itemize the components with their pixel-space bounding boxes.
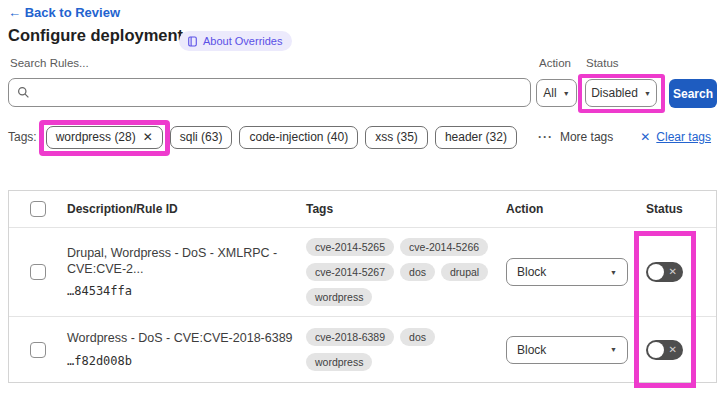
rule-tag: wordpress bbox=[306, 288, 372, 306]
caret-down-icon: ▼ bbox=[644, 90, 651, 97]
clear-x-icon: ✕ bbox=[640, 130, 650, 144]
tag-pill-header[interactable]: header (32) bbox=[435, 126, 517, 149]
header-status: Status bbox=[646, 202, 716, 216]
rule-tag: dos bbox=[400, 263, 435, 281]
search-input[interactable] bbox=[36, 86, 522, 100]
toggle-knob bbox=[648, 264, 664, 280]
back-to-review-link[interactable]: ← Back to Review bbox=[8, 5, 120, 20]
table-row: Wordpress - DoS - CVE:CVE-2018-6389 …f82… bbox=[9, 317, 716, 382]
action-filter-value: All bbox=[543, 86, 556, 100]
status-filter-dropdown[interactable]: Disabled ▼ bbox=[585, 79, 657, 107]
status-label: Status bbox=[586, 57, 619, 69]
badge-label: About Overrides bbox=[203, 35, 282, 47]
configure-deployment-page: ← Back to Review Configure deployment Ab… bbox=[0, 0, 725, 406]
action-label: Action bbox=[539, 57, 571, 69]
clear-tags-label: Clear tags bbox=[656, 130, 711, 144]
rule-tag: dos bbox=[400, 328, 435, 346]
action-dropdown[interactable]: Block ▼ bbox=[506, 258, 628, 286]
about-overrides-badge[interactable]: About Overrides bbox=[179, 31, 292, 51]
tag-pill-wordpress-selected[interactable]: wordpress (28) ✕ bbox=[46, 126, 163, 149]
rule-description: Drupal, Wordpress - DoS - XMLRPC - CVE:C… bbox=[67, 246, 306, 277]
rule-tag: cve-2014-5265 bbox=[306, 238, 394, 256]
table-header-row: Description/Rule ID Tags Action Status bbox=[9, 191, 716, 228]
search-input-container[interactable] bbox=[8, 78, 531, 107]
caret-down-icon: ▼ bbox=[563, 90, 570, 97]
caret-down-icon: ▼ bbox=[610, 269, 617, 276]
row-checkbox[interactable] bbox=[30, 264, 46, 280]
action-value: Block bbox=[517, 343, 546, 357]
rule-tag: wordpress bbox=[306, 353, 372, 371]
select-all-checkbox[interactable] bbox=[30, 201, 46, 217]
page-title: Configure deployment bbox=[8, 26, 183, 45]
table-row: Drupal, Wordpress - DoS - XMLRPC - CVE:C… bbox=[9, 228, 716, 317]
rule-tag: cve-2018-6389 bbox=[306, 328, 394, 346]
header-description: Description/Rule ID bbox=[46, 202, 306, 216]
more-tags-button[interactable]: ··· More tags bbox=[538, 130, 613, 144]
tag-pill-code-injection[interactable]: code-injection (40) bbox=[239, 126, 358, 149]
ellipsis-icon: ··· bbox=[538, 130, 553, 144]
status-toggle[interactable]: ✕ bbox=[646, 262, 683, 282]
rules-table: Description/Rule ID Tags Action Status D… bbox=[8, 190, 717, 383]
toggle-off-icon: ✕ bbox=[669, 267, 677, 277]
back-arrow-icon: ← bbox=[8, 5, 21, 20]
rule-tag: cve-2014-5267 bbox=[306, 263, 394, 281]
caret-down-icon: ▼ bbox=[610, 346, 617, 353]
action-filter-dropdown[interactable]: All ▼ bbox=[536, 79, 577, 107]
rule-tag: drupal bbox=[441, 263, 488, 281]
header-tags: Tags bbox=[306, 202, 506, 216]
rule-id: …84534ffa bbox=[67, 284, 306, 298]
rule-tag: cve-2014-5266 bbox=[400, 238, 488, 256]
more-tags-label: More tags bbox=[560, 130, 613, 144]
tags-bar-label: Tags: bbox=[8, 130, 37, 144]
status-filter-value: Disabled bbox=[591, 86, 638, 100]
tag-pill-sqli[interactable]: sqli (63) bbox=[170, 126, 233, 149]
search-rules-label: Search Rules... bbox=[10, 57, 89, 69]
remove-tag-icon[interactable]: ✕ bbox=[143, 130, 153, 144]
tag-pill-xss[interactable]: xss (35) bbox=[365, 126, 428, 149]
action-value: Block bbox=[517, 265, 546, 279]
book-icon bbox=[187, 36, 198, 47]
selected-tag-wrapper: wordpress (28) ✕ bbox=[46, 126, 163, 149]
toggle-off-icon: ✕ bbox=[669, 345, 677, 355]
rule-tags: cve-2018-6389 dos wordpress bbox=[306, 328, 496, 371]
selected-tag-label: wordpress (28) bbox=[56, 130, 136, 144]
status-toggle[interactable]: ✕ bbox=[646, 340, 683, 360]
search-button[interactable]: Search bbox=[669, 79, 717, 108]
rule-description: Wordpress - DoS - CVE:CVE-2018-6389 bbox=[67, 331, 306, 347]
toggle-knob bbox=[648, 342, 664, 358]
search-icon bbox=[17, 86, 30, 99]
rule-id: …f82d008b bbox=[67, 354, 306, 368]
back-link-label: Back to Review bbox=[25, 5, 120, 20]
tags-bar: Tags: wordpress (28) ✕ sqli (63) code-in… bbox=[8, 121, 711, 153]
row-checkbox[interactable] bbox=[30, 342, 46, 358]
rule-tags: cve-2014-5265 cve-2014-5266 cve-2014-526… bbox=[306, 238, 496, 306]
action-dropdown[interactable]: Block ▼ bbox=[506, 336, 628, 364]
clear-tags-link[interactable]: ✕ Clear tags bbox=[640, 130, 711, 144]
header-action: Action bbox=[506, 202, 646, 216]
